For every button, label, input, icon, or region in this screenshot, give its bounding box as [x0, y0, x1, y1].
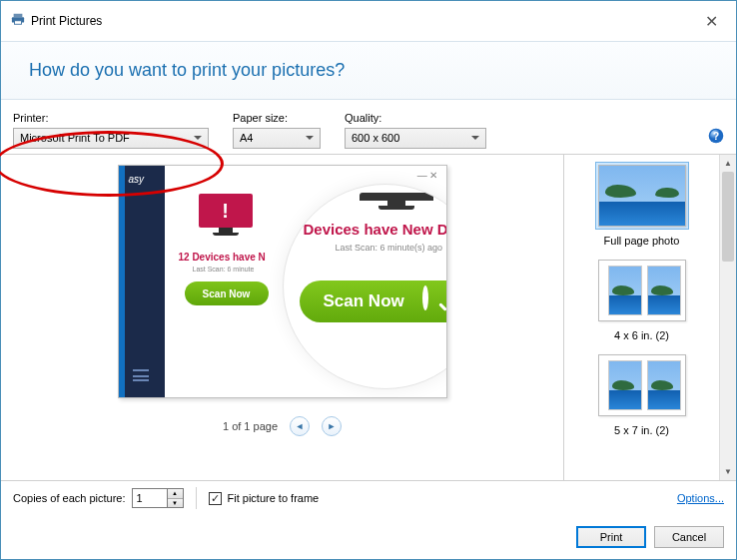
pager-text: 1 of 1 page: [223, 420, 278, 432]
fit-checkbox[interactable]: ✓: [209, 492, 222, 505]
svg-text:?: ?: [713, 131, 719, 142]
preview-window-buttons: — ✕: [417, 170, 438, 181]
quality-label: Quality:: [345, 112, 486, 124]
fit-label: Fit picture to frame: [228, 492, 320, 504]
copies-input[interactable]: 1: [132, 488, 168, 508]
step-down-icon[interactable]: ▼: [168, 499, 183, 508]
print-button[interactable]: Print: [576, 526, 646, 548]
printer-label: Printer:: [13, 112, 209, 124]
separator: [196, 487, 197, 509]
preview-mag-headline: Devices have New Dri: [304, 221, 447, 238]
printer-icon: [11, 12, 25, 30]
preview-small-headline: 12 Devices have N: [179, 252, 266, 263]
close-icon[interactable]: ✕: [705, 12, 718, 31]
button-row: Print Cancel: [1, 515, 736, 559]
layout-item[interactable]: 5 x 7 in. (2): [595, 351, 689, 436]
banner: How do you want to print your pictures?: [1, 41, 736, 100]
layout-label: Full page photo: [595, 235, 689, 247]
cancel-button[interactable]: Cancel: [654, 526, 724, 548]
layout-label: 4 x 6 in. (2): [595, 329, 689, 341]
svg-rect-0: [14, 14, 23, 18]
preview-scan-button-small: Scan Now: [185, 281, 269, 305]
scroll-up-arrow[interactable]: ▲: [720, 155, 736, 172]
next-page-button[interactable]: ►: [322, 416, 342, 436]
paper-combobox[interactable]: A4: [233, 128, 321, 149]
scroll-thumb[interactable]: [722, 172, 734, 262]
banner-heading: How do you want to print your pictures?: [29, 60, 708, 81]
options-row: Printer: Microsoft Print To PDF Paper si…: [1, 100, 736, 155]
scroll-down-arrow[interactable]: ▼: [720, 463, 736, 480]
titlebar: Print Pictures ✕: [1, 1, 736, 41]
hamburger-icon: [133, 369, 149, 381]
preview-magnifier-circle: Devices have New Dri Last Scan: 6 minute…: [283, 184, 447, 389]
preview-scan-button-big-label: Scan Now: [324, 291, 404, 311]
chevron-right-icon: ►: [328, 421, 337, 431]
preview-column: asy — ✕ ! 12 Devices have N Last Scan: 6…: [1, 155, 564, 480]
chevron-left-icon: ◄: [296, 421, 305, 431]
bottom-row: Copies of each picture: 1 ▲▼ ✓ Fit pictu…: [1, 481, 736, 515]
paper-value: A4: [240, 132, 253, 144]
quality-combobox[interactable]: 600 x 600: [345, 128, 486, 149]
paper-label: Paper size:: [233, 112, 321, 124]
help-icon[interactable]: ?: [708, 128, 724, 148]
quality-value: 600 x 600: [352, 132, 399, 144]
copies-label: Copies of each picture:: [13, 492, 126, 504]
preview-mag-sub: Last Scan: 6 minute(s) ago: [336, 243, 443, 253]
printer-combobox[interactable]: Microsoft Print To PDF: [13, 128, 209, 149]
layout-item[interactable]: Full page photo: [595, 162, 689, 247]
layout-label: 5 x 7 in. (2): [595, 424, 689, 436]
prev-page-button[interactable]: ◄: [290, 416, 310, 436]
layout-list: Full page photo4 x 6 in. (2)5 x 7 in. (2…: [564, 155, 719, 480]
preview-app-sidebar: asy: [119, 166, 165, 397]
preview-app-body: — ✕ ! 12 Devices have N Last Scan: 6 min…: [165, 166, 446, 397]
printer-value: Microsoft Print To PDF: [20, 132, 130, 144]
preview-small-sub: Last Scan: 6 minute: [193, 266, 255, 273]
layout-scrollbar[interactable]: ▲ ▼: [719, 155, 736, 480]
magnifier-icon: [422, 288, 447, 314]
main-row: asy — ✕ ! 12 Devices have N Last Scan: 6…: [1, 155, 736, 481]
svg-rect-2: [15, 21, 22, 25]
step-up-icon[interactable]: ▲: [168, 489, 183, 499]
layout-item[interactable]: 4 x 6 in. (2): [595, 257, 689, 341]
page-preview: asy — ✕ ! 12 Devices have N Last Scan: 6…: [118, 165, 447, 398]
titlebar-text: Print Pictures: [31, 14, 102, 28]
preview-brand-fragment: asy: [129, 174, 145, 185]
monitor-alert-icon: !: [199, 194, 253, 234]
pager-row: 1 of 1 page ◄ ►: [223, 416, 342, 436]
preview-scan-button-big: Scan Now: [300, 280, 447, 322]
copies-stepper[interactable]: ▲▼: [168, 488, 184, 508]
options-link[interactable]: Options...: [677, 492, 724, 504]
